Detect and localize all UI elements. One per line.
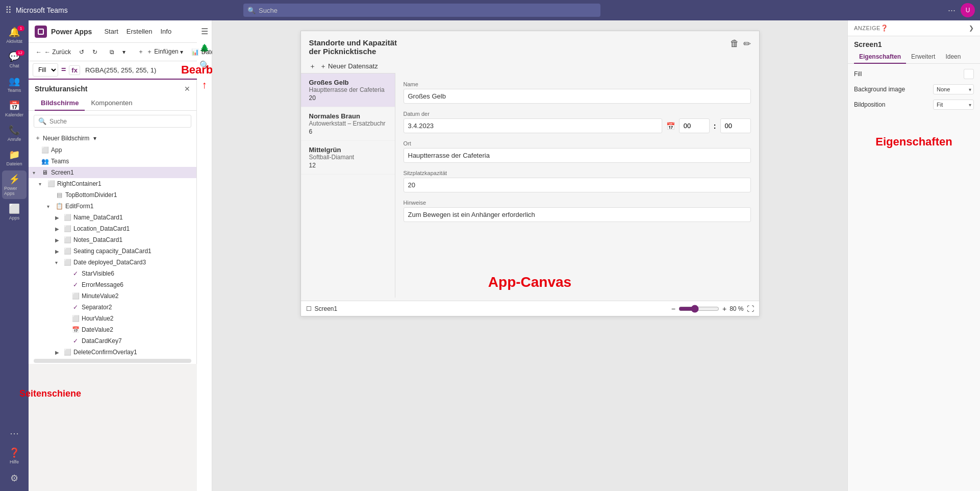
powerapps-logo-inner [38, 29, 44, 35]
app-icon: ⬜ [41, 146, 49, 154]
sidebar-item-aktivitat[interactable]: 1 🔔 Aktivität [2, 23, 27, 47]
mini-hamburger-icon[interactable]: ☰ [199, 24, 210, 38]
prop-expand-icon[interactable]: ❯ [969, 24, 974, 32]
zoom-plus-icon[interactable]: + [722, 305, 726, 313]
insert-chevron: ▾ [180, 48, 183, 56]
prop-tab-ideen[interactable]: Ideen [940, 51, 966, 64]
structure-close-icon[interactable]: ✕ [184, 85, 190, 93]
hour-input[interactable] [679, 118, 710, 133]
sidebar-item-chat[interactable]: 12 💬 Chat [2, 48, 27, 71]
seitenschiene-label-container: Seitenschiene [19, 388, 81, 399]
mini-sidebar: ☰ 🌲 🔍 ↑ [197, 20, 212, 491]
tree-item-hourvalue2[interactable]: ⬜ HourValue2 [29, 313, 196, 324]
sidebar-item-powerapps[interactable]: ⚡ Power Apps [2, 170, 27, 199]
list-item-3[interactable]: Mittelgrün Softball-Diamant 12 [301, 141, 395, 175]
tab-bildschirme[interactable]: Bildschirme [35, 96, 85, 111]
location-input[interactable] [404, 148, 751, 163]
fill-color-swatch[interactable] [964, 69, 974, 79]
prop-bgimage-label: Background image [854, 86, 905, 93]
name-input[interactable] [404, 89, 751, 104]
calendar-icon[interactable]: 📅 [666, 122, 675, 130]
screen-checkbox[interactable]: ☐ [306, 305, 312, 312]
list-item-2[interactable]: Normales Braun Autowerkstatt – Ersatzbuc… [301, 107, 395, 141]
undo-button[interactable]: ↺ [76, 47, 87, 57]
control-icon4: ✓ [71, 303, 80, 311]
sidebar-item-apps[interactable]: ⬜ Apps [2, 200, 27, 224]
tree-item-location-datacard1[interactable]: ▶ ⬜ Location_DataCard1 [29, 223, 196, 234]
hilfe-icon: ❓ [9, 447, 20, 458]
sidebar-item-einstellungen[interactable]: ⚙ [2, 470, 27, 487]
tree-item-notes-datacard1[interactable]: ▶ ⬜ Notes_DataCard1 [29, 234, 196, 245]
fit-screen-icon[interactable]: ⛶ [747, 305, 754, 313]
zoom-minus-icon[interactable]: − [671, 305, 675, 313]
tree-item-deleteconfirmoverlay1[interactable]: ▶ ⬜ DeleteConfirmOverlay1 [29, 347, 196, 358]
formula-input[interactable] [83, 65, 173, 75]
nav-info[interactable]: Info [160, 27, 171, 36]
sidebar-item-dateien[interactable]: 📁 Dateien [2, 146, 27, 169]
control-icon7: ✓ [71, 337, 80, 345]
copy-dropdown[interactable]: ▾ [119, 47, 129, 57]
insert-button[interactable]: ＋ ＋ Einfügen ▾ [135, 46, 186, 58]
property-select[interactable]: Fill [33, 63, 58, 77]
tree-item-starvisible6[interactable]: ✓ StarVisible6 [29, 268, 196, 279]
tab-komponenten[interactable]: Komponenten [85, 96, 138, 111]
tree-item-minutevalue2[interactable]: ⬜ MinuteValue2 [29, 290, 196, 302]
tree-item-date-datacard3[interactable]: ▾ ⬜ Date deployed_DataCard3 [29, 257, 196, 268]
edit-icon[interactable]: ✏ [743, 38, 751, 50]
bgimage-select[interactable]: None [933, 84, 974, 94]
powerapps-icon: ⚡ [9, 174, 20, 185]
add-record-button[interactable]: ＋ ＋ Neuer Datensatz [301, 60, 759, 73]
nav-start[interactable]: Start [104, 27, 118, 36]
nav-erstellen[interactable]: Erstellen [127, 27, 153, 36]
tree-item-seating-datacard1[interactable]: ▶ ⬜ Seating capacity_DataCard1 [29, 245, 196, 257]
tree-item-teams[interactable]: 👥 Teams [29, 156, 196, 167]
date-input[interactable] [404, 118, 662, 133]
tree-item-datevalue2[interactable]: 📅 DateValue2 [29, 324, 196, 335]
prop-tab-erweitert[interactable]: Erweitert [906, 51, 940, 64]
new-screen-button-panel[interactable]: ＋ Neuer Bildschirm ▾ [29, 132, 196, 144]
structure-search-bar[interactable]: 🔍 [34, 115, 191, 128]
back-button[interactable]: ← ← Zurück [33, 47, 74, 57]
list-item-1[interactable]: Großes Gelb Hauptterrasse der Cafeteria … [301, 73, 395, 107]
tree-item-screen1[interactable]: ▾ 🖥 Screen1 ··· [29, 167, 196, 178]
tree-item-errormessage6[interactable]: ✓ ErrorMessage6 [29, 279, 196, 290]
notes-input[interactable] [404, 207, 751, 222]
tree-item-rightcontainer1[interactable]: ▾ ⬜ RightContainer1 [29, 178, 196, 189]
canvas-title-line2: der Picknicktische [309, 47, 397, 56]
kalender-icon: 📅 [9, 100, 20, 111]
container-icon: ⬜ [47, 180, 55, 188]
canvas-bottom-bar: ☐ Screen1 − + 80 % ⛶ [301, 301, 759, 316]
horizontal-scrollbar[interactable] [34, 359, 191, 363]
waffle-icon[interactable]: ⠿ [5, 5, 12, 16]
structure-search-input[interactable] [49, 118, 187, 125]
tree-item-separator2[interactable]: ✓ Separator2 [29, 302, 196, 313]
user-avatar[interactable]: U [961, 3, 975, 17]
sidebar-item-hilfe[interactable]: ❓ Hilfe [2, 444, 27, 468]
minute-input[interactable] [720, 118, 751, 133]
datacard-icon5: ⬜ [63, 258, 71, 266]
icon-bar: 1 🔔 Aktivität 12 💬 Chat 👥 Teams 📅 Kalend… [0, 20, 29, 491]
prop-help-icon[interactable]: ❓ [881, 24, 888, 32]
tree-item-app[interactable]: ⬜ App [29, 144, 196, 156]
prop-tab-eigenschaften[interactable]: Eigenschaften [854, 51, 906, 64]
delete-icon[interactable]: 🗑 [730, 38, 739, 50]
zoom-slider[interactable] [679, 305, 719, 313]
datacard-icon4: ⬜ [63, 247, 71, 255]
tree-item-name-datacard1[interactable]: ▶ ⬜ Name_DataCard1 [29, 212, 196, 223]
apps-icon: ⬜ [9, 203, 20, 214]
bildposition-select[interactable]: Fit [933, 100, 974, 110]
formula-fx-button[interactable]: fx [69, 65, 80, 75]
tree-item-editform1[interactable]: ▾ 📋 EditForm1 [29, 201, 196, 212]
more-options-icon[interactable]: ··· [948, 5, 956, 16]
search-bar[interactable]: 🔍 Suche [243, 4, 600, 17]
sidebar-item-teams[interactable]: 👥 Teams [2, 72, 27, 96]
tree-item-datacardkey7[interactable]: ✓ DataCardKey7 [29, 335, 196, 347]
redo-button[interactable]: ↻ [89, 47, 100, 57]
search-placeholder: Suche [259, 7, 278, 14]
copy-button[interactable]: ⧉ [107, 47, 117, 57]
tree-item-topbottomdivider1[interactable]: ▤ TopBottomDivider1 [29, 189, 196, 201]
sidebar-item-kalender[interactable]: 📅 Kalender [2, 97, 27, 120]
sidebar-item-more[interactable]: ⋯ [2, 425, 27, 442]
capacity-input[interactable] [404, 178, 751, 192]
sidebar-item-anrufe[interactable]: 📞 Anrufe [2, 121, 27, 145]
